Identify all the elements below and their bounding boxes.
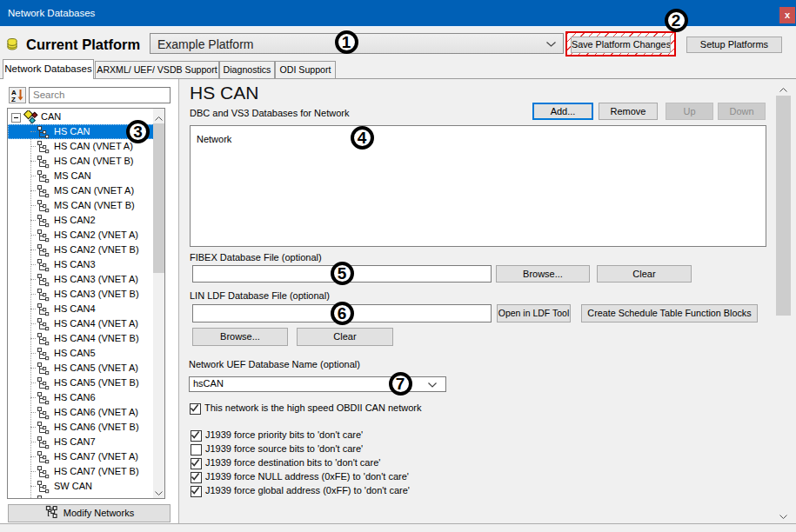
- svg-text:Z: Z: [11, 96, 16, 103]
